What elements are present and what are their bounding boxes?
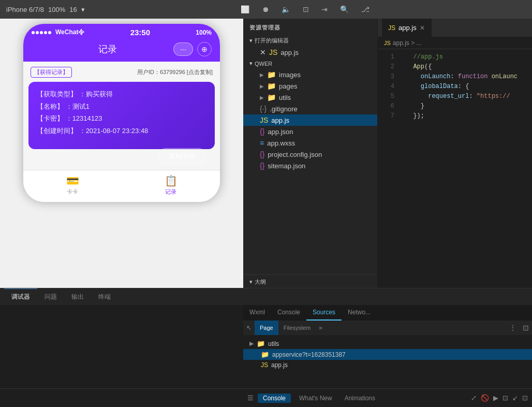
animations-tab[interactable]: Animations	[341, 394, 379, 403]
code-line-6: }	[406, 103, 526, 112]
open-editors-label: 打开的编辑器	[255, 37, 289, 45]
devtools-tab-sources[interactable]: Sources	[306, 305, 342, 321]
problems-tab-label: 问题	[45, 293, 57, 301]
panel-tab-filesystem[interactable]: Filesystem	[278, 321, 316, 335]
devtools-tab-network[interactable]: Netwo...	[342, 305, 377, 321]
devtools-tree-utils[interactable]: ▶ 📁 utils	[243, 338, 532, 349]
editor-tabs-bar: JS app.js ✕	[378, 19, 532, 37]
record-icon[interactable]: ⏺	[260, 3, 271, 16]
user-id-text[interactable]: 用户ID：63799296 [点击复制]	[137, 68, 213, 76]
code-line-1: //app.js	[406, 53, 526, 63]
folder-icon: 📁	[267, 82, 276, 90]
appjs-file-icon: JS	[261, 361, 268, 369]
console-toolbar-1[interactable]: ⤢	[471, 394, 477, 402]
card-tab-label: 卡卡	[67, 188, 78, 196]
bottom-tab-debugger[interactable]: 调试器	[4, 288, 37, 305]
network-tab-label: Netwo...	[348, 309, 371, 316]
editor-tab-appjs[interactable]: JS app.js ✕	[382, 19, 432, 37]
devtools-expand-icon[interactable]: ⊡	[520, 324, 532, 332]
project-label: QWER	[255, 61, 272, 67]
devtools-tree: ▶ 📁 utils 📁 appservice?t=1628351387 JS a…	[243, 335, 532, 388]
console-row: ☰ Console What's New Animations ⤢ 🚫 ▶ ⊡ …	[0, 388, 532, 407]
branch-icon[interactable]: ⎇	[359, 3, 372, 16]
folder-utils[interactable]: ▶ 📁 utils	[243, 92, 377, 103]
card-time-line: 【创建时间】 ：2021-08-07 23:23:48	[37, 126, 206, 136]
close-tab-icon[interactable]: ✕	[260, 48, 266, 56]
file-appjson[interactable]: {} app.json	[243, 126, 377, 137]
file-appwxss[interactable]: ≡ app.wxss	[243, 137, 377, 149]
key-value: ：12314123	[66, 114, 102, 122]
panel-tab-page[interactable]: Page	[255, 321, 278, 335]
phone-tab-card[interactable]: 💳 卡卡	[23, 175, 122, 196]
whats-new-tab[interactable]: What's New	[295, 394, 336, 403]
bottom-tab-terminal[interactable]: 终端	[91, 288, 118, 305]
file-projectconfig[interactable]: {} project.config.json	[243, 149, 377, 160]
project-arrow: ▾	[249, 60, 253, 67]
bottom-tab-output[interactable]: 输出	[64, 288, 91, 305]
devtools-tree-appjs[interactable]: JS app.js	[243, 360, 532, 370]
outline-section[interactable]: ▾ 大纲	[243, 274, 377, 288]
folder-images-label: images	[279, 71, 301, 79]
folder-utils-label: utils	[279, 94, 291, 101]
tree-arrow-icon: ▶	[249, 340, 254, 347]
folder-pages[interactable]: ▶ 📁 pages	[243, 80, 377, 92]
settings-icon[interactable]: ⊡	[301, 3, 311, 16]
page-tab-label: Page	[260, 325, 273, 331]
console-toolbar-5[interactable]: ↙	[512, 394, 518, 402]
copy-key-button[interactable]: 复制卡密	[158, 148, 206, 165]
phone-simulator: WeChat令 23:50 100% 记录 ··· ⊕ 【获得记录】	[23, 24, 220, 202]
type-label: 【获取类型】	[37, 90, 77, 98]
name-label: 【名称】	[37, 103, 64, 110]
appjson-label: app.json	[268, 128, 293, 136]
sources-tab-label: Sources	[313, 309, 335, 316]
device-icon[interactable]: ⬜	[239, 3, 252, 16]
records-tab-label: 记录	[165, 188, 176, 196]
code-line-3: onLaunch: function onLaunc	[406, 73, 526, 83]
dropdown-arrow[interactable]: ▾	[81, 6, 85, 13]
open-file-item[interactable]: ✕ JS app.js	[243, 47, 377, 58]
explorer-tree: ▶ 📁 images ▶ 📁 pages ▶ 📁 utils {·} .giti…	[243, 69, 377, 274]
more-tabs-icon[interactable]: »	[316, 324, 326, 331]
user-info-bar: 【获得记录】 用户ID：63799296 [点击复制]	[28, 67, 215, 78]
console-toolbar-4[interactable]: ⊡	[503, 394, 508, 402]
file-gitignore[interactable]: {·} .gitignore	[243, 103, 377, 114]
nav-dots-button[interactable]: ···	[173, 42, 193, 56]
search-icon[interactable]: 🔍	[338, 3, 351, 16]
console-toolbar-3[interactable]: ▶	[493, 394, 498, 402]
console-toolbar-6[interactable]: ⊡	[522, 394, 528, 402]
devtools-secondary-tabs: ↖ Page Filesystem » ⋮ ⊡	[243, 321, 532, 335]
filesystem-tab-label: Filesystem	[284, 325, 311, 331]
open-editors-section[interactable]: ▾ 打开的编辑器	[243, 35, 377, 47]
project-section[interactable]: ▾ QWER	[243, 58, 377, 69]
code-line-2: App({	[406, 63, 526, 73]
file-sitemap[interactable]: {} sitemap.json	[243, 160, 377, 171]
bottom-tab-problems[interactable]: 问题	[37, 288, 64, 305]
phone-tab-records[interactable]: 📋 记录	[122, 175, 220, 196]
output-tab-label: 输出	[71, 293, 84, 301]
nav-circle-button[interactable]: ⊕	[197, 42, 212, 56]
tab-close-button[interactable]: ✕	[420, 24, 425, 32]
line-num-5: 5	[378, 93, 400, 103]
device-selector[interactable]: iPhone 6/7/8 100% 16 ▾	[6, 6, 85, 13]
forward-icon[interactable]: ⇥	[319, 3, 330, 16]
toolbar-icon-1[interactable]: ☰	[247, 394, 254, 402]
devtools-tree-appservice[interactable]: 📁 appservice?t=1628351387	[243, 349, 532, 360]
code-line-5: request_url: "https://	[406, 93, 526, 103]
appjs-icon: JS	[260, 116, 268, 124]
audio-icon[interactable]: 🔈	[279, 3, 292, 16]
console-pill[interactable]: Console	[258, 394, 291, 403]
file-appjs[interactable]: JS app.js	[243, 114, 377, 126]
open-editors-arrow: ▾	[249, 37, 253, 44]
line-num-6: 6	[378, 103, 400, 112]
devtools-tab-wxml[interactable]: Wxml	[243, 305, 271, 321]
devtools-tab-console[interactable]: Console	[271, 305, 306, 321]
open-file-label: app.js	[280, 49, 299, 56]
top-center-icons: ⬜ ⏺ 🔈 ⊡ ⇥ 🔍 ⎇	[239, 3, 372, 16]
console-toolbar-2[interactable]: 🚫	[481, 394, 489, 402]
line-num-3: 3	[378, 73, 400, 83]
card-item: 【获取类型】 ：购买获得 【名称】 ：测试1 【卡密】 ：12314123 【创…	[28, 82, 215, 149]
type-value: ：购买获得	[79, 90, 113, 98]
devtools-settings-icon[interactable]: ⋮	[506, 324, 520, 332]
folder-images[interactable]: ▶ 📁 images	[243, 69, 377, 80]
card-type-line: 【获取类型】 ：购买获得	[37, 89, 206, 99]
